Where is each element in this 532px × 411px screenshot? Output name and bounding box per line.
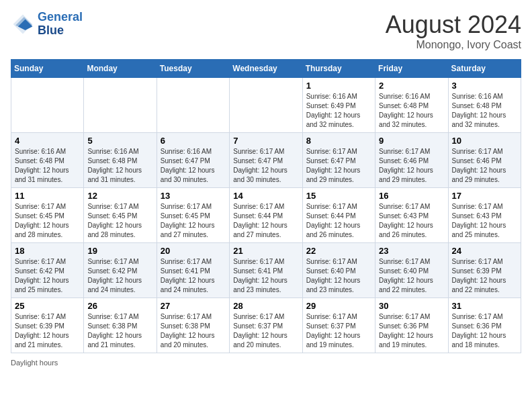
calendar-cell: 27Sunrise: 6:17 AM Sunset: 6:38 PM Dayli…	[157, 298, 229, 353]
day-info: Sunrise: 6:16 AM Sunset: 6:48 PM Dayligh…	[379, 92, 444, 130]
calendar-cell: 5Sunrise: 6:16 AM Sunset: 6:48 PM Daylig…	[84, 133, 157, 188]
day-info: Sunrise: 6:17 AM Sunset: 6:36 PM Dayligh…	[379, 312, 444, 350]
col-sunday: Sunday	[11, 60, 84, 78]
day-number: 16	[379, 191, 444, 201]
day-number: 18	[15, 246, 80, 256]
day-info: Sunrise: 6:17 AM Sunset: 6:40 PM Dayligh…	[306, 257, 371, 295]
calendar-cell: 17Sunrise: 6:17 AM Sunset: 6:43 PM Dayli…	[448, 188, 521, 243]
calendar-table: Sunday Monday Tuesday Wednesday Thursday…	[11, 59, 521, 353]
calendar-body: 1Sunrise: 6:16 AM Sunset: 6:49 PM Daylig…	[11, 78, 521, 353]
calendar-cell: 24Sunrise: 6:17 AM Sunset: 6:39 PM Dayli…	[448, 243, 521, 298]
calendar-cell	[11, 78, 84, 133]
calendar-cell: 1Sunrise: 6:16 AM Sunset: 6:49 PM Daylig…	[302, 78, 375, 133]
day-number: 2	[379, 81, 444, 91]
day-info: Sunrise: 6:17 AM Sunset: 6:43 PM Dayligh…	[452, 202, 517, 240]
day-number: 31	[452, 301, 517, 311]
day-info: Sunrise: 6:17 AM Sunset: 6:42 PM Dayligh…	[15, 257, 80, 295]
calendar-cell: 13Sunrise: 6:17 AM Sunset: 6:45 PM Dayli…	[157, 188, 229, 243]
calendar-cell: 9Sunrise: 6:17 AM Sunset: 6:46 PM Daylig…	[375, 133, 448, 188]
day-info: Sunrise: 6:16 AM Sunset: 6:47 PM Dayligh…	[161, 147, 226, 185]
calendar-cell: 10Sunrise: 6:17 AM Sunset: 6:46 PM Dayli…	[448, 133, 521, 188]
day-number: 26	[87, 301, 152, 311]
day-info: Sunrise: 6:17 AM Sunset: 6:45 PM Dayligh…	[15, 202, 80, 240]
day-info: Sunrise: 6:17 AM Sunset: 6:36 PM Dayligh…	[452, 312, 517, 350]
day-number: 19	[87, 246, 152, 256]
calendar-cell: 28Sunrise: 6:17 AM Sunset: 6:37 PM Dayli…	[230, 298, 302, 353]
calendar-week-2: 4Sunrise: 6:16 AM Sunset: 6:48 PM Daylig…	[11, 133, 521, 188]
calendar-cell: 6Sunrise: 6:16 AM Sunset: 6:47 PM Daylig…	[157, 133, 229, 188]
calendar-cell: 30Sunrise: 6:17 AM Sunset: 6:36 PM Dayli…	[375, 298, 448, 353]
calendar-cell: 29Sunrise: 6:17 AM Sunset: 6:37 PM Dayli…	[302, 298, 375, 353]
day-info: Sunrise: 6:17 AM Sunset: 6:46 PM Dayligh…	[379, 147, 444, 185]
day-info: Sunrise: 6:17 AM Sunset: 6:47 PM Dayligh…	[233, 147, 298, 185]
calendar-cell: 11Sunrise: 6:17 AM Sunset: 6:45 PM Dayli…	[11, 188, 84, 243]
day-info: Sunrise: 6:17 AM Sunset: 6:46 PM Dayligh…	[452, 147, 517, 185]
calendar-header: Sunday Monday Tuesday Wednesday Thursday…	[11, 60, 521, 78]
day-info: Sunrise: 6:17 AM Sunset: 6:42 PM Dayligh…	[87, 257, 152, 295]
calendar-cell: 15Sunrise: 6:17 AM Sunset: 6:44 PM Dayli…	[302, 188, 375, 243]
calendar-cell: 16Sunrise: 6:17 AM Sunset: 6:43 PM Dayli…	[375, 188, 448, 243]
day-number: 22	[306, 246, 371, 256]
day-number: 7	[233, 136, 298, 146]
day-number: 15	[306, 191, 371, 201]
subtitle: Monongo, Ivory Coast	[386, 39, 521, 51]
day-number: 8	[306, 136, 371, 146]
calendar-week-5: 25Sunrise: 6:17 AM Sunset: 6:39 PM Dayli…	[11, 298, 521, 353]
calendar-cell: 23Sunrise: 6:17 AM Sunset: 6:40 PM Dayli…	[375, 243, 448, 298]
calendar-cell	[230, 78, 302, 133]
day-info: Sunrise: 6:17 AM Sunset: 6:41 PM Dayligh…	[161, 257, 226, 295]
calendar-cell: 31Sunrise: 6:17 AM Sunset: 6:36 PM Dayli…	[448, 298, 521, 353]
calendar-cell: 3Sunrise: 6:16 AM Sunset: 6:48 PM Daylig…	[448, 78, 521, 133]
day-number: 17	[452, 191, 517, 201]
col-saturday: Saturday	[448, 60, 521, 78]
day-number: 3	[452, 81, 517, 91]
day-number: 6	[161, 136, 226, 146]
calendar-cell: 19Sunrise: 6:17 AM Sunset: 6:42 PM Dayli…	[84, 243, 157, 298]
day-number: 25	[15, 301, 80, 311]
day-number: 30	[379, 301, 444, 311]
calendar-cell: 18Sunrise: 6:17 AM Sunset: 6:42 PM Dayli…	[11, 243, 84, 298]
calendar-cell: 22Sunrise: 6:17 AM Sunset: 6:40 PM Dayli…	[302, 243, 375, 298]
day-number: 10	[452, 136, 517, 146]
day-number: 4	[15, 136, 80, 146]
day-info: Sunrise: 6:16 AM Sunset: 6:49 PM Dayligh…	[306, 92, 371, 130]
day-number: 11	[15, 191, 80, 201]
calendar-cell: 8Sunrise: 6:17 AM Sunset: 6:47 PM Daylig…	[302, 133, 375, 188]
calendar-cell: 12Sunrise: 6:17 AM Sunset: 6:45 PM Dayli…	[84, 188, 157, 243]
day-number: 27	[161, 301, 226, 311]
calendar-cell: 20Sunrise: 6:17 AM Sunset: 6:41 PM Dayli…	[157, 243, 229, 298]
title-block: August 2024 Monongo, Ivory Coast	[386, 11, 521, 51]
day-number: 13	[161, 191, 226, 201]
day-number: 28	[233, 301, 298, 311]
day-number: 20	[161, 246, 226, 256]
day-info: Sunrise: 6:16 AM Sunset: 6:48 PM Dayligh…	[87, 147, 152, 185]
logo-icon	[11, 12, 35, 36]
day-number: 24	[452, 246, 517, 256]
col-monday: Monday	[84, 60, 157, 78]
day-info: Sunrise: 6:17 AM Sunset: 6:44 PM Dayligh…	[233, 202, 298, 240]
day-number: 9	[379, 136, 444, 146]
day-info: Sunrise: 6:17 AM Sunset: 6:38 PM Dayligh…	[87, 312, 152, 350]
calendar-cell: 7Sunrise: 6:17 AM Sunset: 6:47 PM Daylig…	[230, 133, 302, 188]
calendar-cell: 2Sunrise: 6:16 AM Sunset: 6:48 PM Daylig…	[375, 78, 448, 133]
col-thursday: Thursday	[302, 60, 375, 78]
day-info: Sunrise: 6:16 AM Sunset: 6:48 PM Dayligh…	[452, 92, 517, 130]
col-tuesday: Tuesday	[157, 60, 229, 78]
logo-text: General Blue	[38, 11, 83, 38]
calendar-cell: 14Sunrise: 6:17 AM Sunset: 6:44 PM Dayli…	[230, 188, 302, 243]
day-info: Sunrise: 6:17 AM Sunset: 6:44 PM Dayligh…	[306, 202, 371, 240]
calendar-cell: 4Sunrise: 6:16 AM Sunset: 6:48 PM Daylig…	[11, 133, 84, 188]
day-number: 29	[306, 301, 371, 311]
header-row: Sunday Monday Tuesday Wednesday Thursday…	[11, 60, 521, 78]
day-info: Sunrise: 6:17 AM Sunset: 6:38 PM Dayligh…	[161, 312, 226, 350]
day-number: 1	[306, 81, 371, 91]
day-info: Sunrise: 6:17 AM Sunset: 6:43 PM Dayligh…	[379, 202, 444, 240]
calendar-week-1: 1Sunrise: 6:16 AM Sunset: 6:49 PM Daylig…	[11, 78, 521, 133]
day-info: Sunrise: 6:17 AM Sunset: 6:47 PM Dayligh…	[306, 147, 371, 185]
day-info: Sunrise: 6:17 AM Sunset: 6:37 PM Dayligh…	[233, 312, 298, 350]
day-info: Sunrise: 6:16 AM Sunset: 6:48 PM Dayligh…	[15, 147, 80, 185]
footer-note: Daylight hours	[11, 359, 521, 367]
calendar-cell: 21Sunrise: 6:17 AM Sunset: 6:41 PM Dayli…	[230, 243, 302, 298]
calendar-cell	[157, 78, 229, 133]
calendar-week-3: 11Sunrise: 6:17 AM Sunset: 6:45 PM Dayli…	[11, 188, 521, 243]
